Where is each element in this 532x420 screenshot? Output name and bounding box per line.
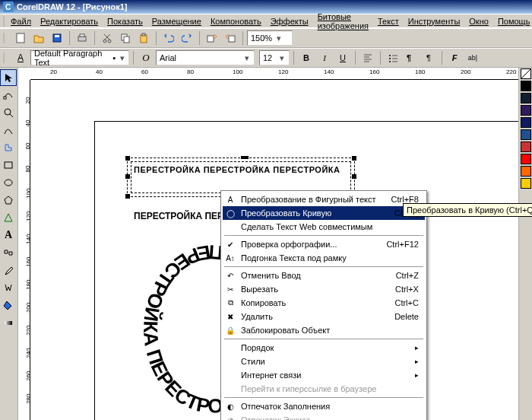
svg-rect-12 [142, 33, 145, 36]
svg-point-23 [5, 180, 12, 186]
menu-cut[interactable]: ✂ВырезатьCtrl+X [223, 282, 425, 296]
font-icon: O [138, 49, 154, 66]
italic-button[interactable]: I [316, 49, 333, 66]
menu-convert-curves[interactable]: ◯Преобразовать КривуюCtrl+Q [223, 206, 425, 220]
svg-rect-6 [80, 34, 84, 37]
interactive-fill-tool[interactable] [0, 314, 17, 331]
menu-convert-artistic[interactable]: AПреобразование в Фигурный текстCtrl+F8 [223, 192, 425, 206]
swatch[interactable] [521, 81, 531, 91]
menu-bitmaps[interactable]: Битовые изображения [313, 11, 373, 32]
polygon-tool[interactable] [0, 192, 17, 208]
swatch[interactable] [521, 154, 531, 164]
copy-button[interactable] [117, 30, 134, 46]
menu-undo[interactable]: ↶Отменить ВводCtrl+Z [223, 269, 425, 282]
grip[interactable] [3, 52, 9, 63]
cut-button[interactable] [99, 30, 116, 46]
grip[interactable] [3, 33, 9, 43]
font-combo[interactable]: Arial▾ [156, 50, 255, 65]
shape-tool[interactable] [0, 87, 17, 103]
rectangle-tool[interactable] [0, 157, 17, 173]
zoom-combo[interactable]: 150%▾ [247, 30, 293, 46]
menu-effects[interactable]: Эффекты [266, 15, 313, 27]
menu-edit[interactable]: Редактировать [36, 15, 103, 27]
menu-delete[interactable]: ✖УдалитьDelete [223, 310, 425, 323]
swatch-none[interactable] [521, 68, 531, 79]
swatch[interactable] [521, 178, 531, 189]
menu-styles[interactable]: Стили▸ [223, 355, 425, 368]
menu-hyperlink: Перейти к гиперссылке в браузере [223, 382, 425, 396]
svg-rect-22 [5, 162, 12, 168]
import-button[interactable] [204, 30, 220, 46]
menu-copy[interactable]: ⧉КопироватьCtrl+C [223, 296, 425, 310]
swatch[interactable] [521, 166, 531, 177]
swatch[interactable] [521, 93, 531, 103]
text-tool[interactable]: A [0, 227, 17, 243]
outline-tool[interactable] [0, 279, 17, 296]
swatch[interactable] [521, 129, 531, 140]
color-palette [518, 68, 532, 420]
pick-tool[interactable] [0, 69, 17, 86]
menu-text[interactable]: Текст [373, 15, 404, 27]
titlebar: C CorelDRAW 12 - [Рисунок1] [0, 0, 532, 14]
ruler-horizontal: 20 40 60 80 100 120 140 160 180 200 220 [30, 68, 518, 80]
underline-button[interactable]: U [334, 49, 351, 66]
redo-button[interactable] [179, 30, 195, 46]
export-button[interactable] [222, 30, 239, 46]
menu-tools[interactable]: Инструменты [404, 15, 465, 27]
menu-fit-text[interactable]: A↕Подгонка Текста под рамку [223, 251, 425, 265]
menu-help[interactable]: Помощь [493, 15, 532, 27]
open-button[interactable] [30, 30, 47, 46]
menu-make-web[interactable]: Сделать Текст Web совместимым [223, 220, 425, 234]
menu-spellcheck[interactable]: ✔Проверка орфографии...Ctrl+F12 [223, 237, 425, 251]
fill-tool[interactable] [0, 297, 17, 313]
grip[interactable] [3, 16, 5, 27]
save-button[interactable] [49, 30, 65, 46]
artistic-text-icon[interactable]: A [12, 49, 29, 66]
svg-rect-5 [78, 37, 86, 41]
svg-text:¶: ¶ [426, 53, 431, 62]
ruler-vertical: 20 40 60 80 100 120 140 160 180 200 220 … [18, 80, 30, 420]
svg-rect-2 [17, 33, 24, 43]
menu-view[interactable]: Показать [103, 15, 147, 27]
swatch[interactable] [521, 105, 531, 116]
svg-point-15 [389, 55, 391, 56]
menu-lock[interactable]: 🔒Заблокировать Объект [223, 323, 425, 337]
edit-text-button[interactable]: ab| [464, 49, 481, 66]
font-size-combo[interactable]: 12▾ [259, 50, 290, 65]
svg-rect-14 [229, 36, 235, 42]
new-button[interactable] [12, 30, 29, 46]
menu-overprint-fill[interactable]: ◐Отпечаток Заполнения [223, 399, 425, 413]
menu-window[interactable]: Окно [464, 15, 493, 27]
swatch[interactable] [521, 142, 531, 152]
dropcap-button[interactable]: ¶ [403, 49, 420, 66]
undo-button[interactable] [160, 30, 177, 46]
paste-button[interactable] [135, 30, 152, 46]
nonprint-button[interactable]: ¶ [421, 49, 438, 66]
menu-internet[interactable]: Интернет связи▸ [223, 368, 425, 382]
bullets-button[interactable] [385, 49, 401, 66]
zoom-tool[interactable] [0, 104, 17, 121]
print-button[interactable] [74, 30, 90, 46]
menu-overprint-outline: ◑Отпечаток Эскиза [223, 413, 425, 420]
smartdraw-tool[interactable] [0, 139, 17, 156]
canvas-text-1[interactable]: ПЕРЕСТРОЙКА ПЕРЕСТРОЙКА ПЕРЕСТРОЙКА [134, 165, 340, 174]
ellipse-tool[interactable] [0, 174, 17, 191]
blend-tool[interactable] [0, 244, 17, 261]
text-format-button[interactable]: F [446, 49, 463, 66]
svg-rect-13 [207, 36, 214, 42]
svg-rect-10 [124, 37, 129, 43]
paragraph-style-combo[interactable]: Default Paragraph Text▪▾ [30, 50, 129, 65]
swatch[interactable] [521, 117, 531, 128]
bold-button[interactable]: B [298, 49, 315, 66]
eyedropper-tool[interactable] [0, 262, 17, 278]
menu-layout[interactable]: Размещение [147, 15, 206, 27]
basicshape-tool[interactable] [0, 209, 17, 226]
tooltip: Преобразовать в Кривую (Ctrl+Q) [403, 203, 532, 217]
svg-point-21 [5, 109, 11, 115]
freehand-tool[interactable] [0, 122, 17, 138]
menu-file[interactable]: Файл [6, 15, 36, 27]
svg-text:¶: ¶ [407, 53, 411, 62]
menu-arrange[interactable]: Компоновать [206, 15, 266, 27]
align-button[interactable] [359, 49, 376, 66]
menu-order[interactable]: Порядок▸ [223, 341, 425, 355]
